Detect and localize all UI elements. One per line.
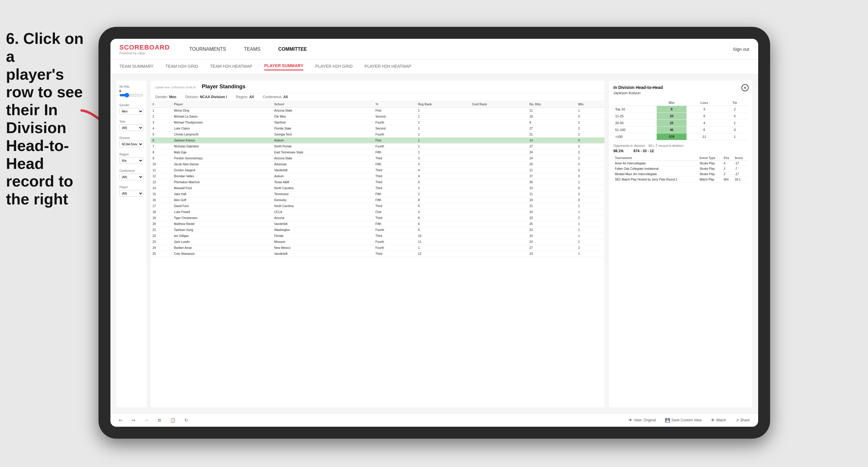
center-panel: Update time: 27/03/2024 16:56:26 Player … <box>151 81 604 407</box>
nav-committee[interactable]: COMMITTEE <box>277 46 308 52</box>
cell-school: Arizona State <box>273 108 374 114</box>
logo-sub: Powered by clippi <box>119 51 170 55</box>
h2h-row: 26-50 22 4 1 <box>613 120 748 127</box>
close-h2h-button[interactable]: ✕ <box>741 84 749 91</box>
h2h-cell-loss: 3 <box>686 106 722 113</box>
h2h-cell-label: >100 <box>613 133 657 140</box>
t-cell-tournament: SEC Match Play Hosted by Jerry Pate Roun… <box>613 177 698 182</box>
cell-yr: Third <box>374 167 416 174</box>
view-original-button[interactable]: 👁 View: Original <box>626 416 658 424</box>
table-row[interactable]: 13 Phichaksn Maichon Texas A&M Third 6 3… <box>151 179 604 185</box>
tab-team-summary[interactable]: TEAM SUMMARY <box>119 64 153 70</box>
cell-school: Missouri <box>273 239 374 245</box>
tab-player-summary[interactable]: PLAYER SUMMARY <box>264 63 303 70</box>
cell-no-rds: 8 <box>528 120 577 126</box>
no-rds-slider[interactable] <box>119 93 143 98</box>
cell-player: Maxwell Ford <box>172 185 273 191</box>
table-row[interactable]: 19 Tiger Christensen Arizona Third 8 23 … <box>151 215 604 221</box>
cell-no-rds: 24 <box>528 233 577 239</box>
conference-select[interactable]: (All) SEC ACC <box>119 174 143 180</box>
instruction-text: 6. Click on a player's row to see their … <box>0 30 93 208</box>
watch-icon: 👁 <box>711 418 715 423</box>
table-row[interactable]: 23 Jack Lundin Missouri Fourth 11 24 1 <box>151 239 604 245</box>
share-button[interactable]: ↗ Share <box>733 416 752 424</box>
nav-tournaments[interactable]: TOURNAMENTS <box>188 46 227 52</box>
table-row[interactable]: 7 Nicholas Gabrielck North Florida Fourt… <box>151 144 604 150</box>
cell-conf-rank <box>470 137 528 144</box>
cell-no-rds: 24 <box>528 239 577 245</box>
table-row[interactable]: 17 David Ford North Carolina Third 6 21 … <box>151 203 604 209</box>
refresh-button[interactable]: ↻ <box>182 416 190 424</box>
cell-reg-rank: 11 <box>416 239 470 245</box>
cell-school: Texas A&M <box>273 179 374 185</box>
bottom-toolbar: ↩ ↪ → ⧉ 📋 ↻ 👁 View: Original <box>111 413 758 427</box>
view-original-label: View: Original <box>634 418 656 422</box>
table-row[interactable]: 20 Matthew Riedel Vanderbilt Fifth 6 25 … <box>151 221 604 227</box>
cell-no-rds: 27 <box>528 174 577 179</box>
paste-button[interactable]: 📋 <box>168 416 178 424</box>
h2h-row: 51-100 46 6 3 <box>613 127 748 133</box>
cell-rank: 12 <box>151 174 172 179</box>
table-row[interactable]: 1 Wenyi Ding Arizona State First 1 11 1 <box>151 108 604 114</box>
undo-button[interactable]: ↩ <box>116 416 125 424</box>
table-row[interactable]: 12 Brendan Valles Auburn Third 4 27 0 <box>151 174 604 179</box>
tab-player-h2h-heatmap[interactable]: PLAYER H2H HEATMAP <box>365 64 411 70</box>
table-row[interactable]: 21 Taehoon Song Washington Fourth 6 23 1 <box>151 227 604 233</box>
cell-player: Michael La Sasso <box>172 114 273 120</box>
h2h-cell-win: 8 <box>657 106 686 113</box>
h2h-title: In Division Head-to-Head <box>613 85 748 90</box>
watch-button[interactable]: 👁 Watch <box>708 416 728 424</box>
h2h-cell-label: 51-100 <box>613 127 657 133</box>
cell-no-rds: 24 <box>528 155 577 161</box>
table-row[interactable]: 15 Jake Hall Tennessee Fifth 2 21 0 <box>151 191 604 197</box>
forward-button[interactable]: → <box>142 416 151 424</box>
table-row[interactable]: 25 Cole Sherwood Vanderbilt Third 12 23 … <box>151 251 604 257</box>
h2h-cell-loss: 11 <box>686 133 722 140</box>
cell-yr: Fourth <box>374 132 416 137</box>
table-row[interactable]: 10 Jacob New Diesse Arkansas Fifth 4 25 … <box>151 161 604 167</box>
table-row[interactable]: 3 Michael Thorbjornsen Stanford Fourth 1… <box>151 120 604 126</box>
table-row[interactable]: 14 Maxwell Ford North Carolina Third 2 2… <box>151 185 604 191</box>
cell-player: Alex Goff <box>172 197 273 203</box>
table-row[interactable]: 16 Alex Goff Kentucky Fifth 8 19 0 <box>151 197 604 203</box>
redo-button[interactable]: ↪ <box>129 416 137 424</box>
cell-school: East Tennessee State <box>273 150 374 155</box>
t-cell-score: 18-1 <box>733 177 748 182</box>
cell-rank: 21 <box>151 227 172 233</box>
tab-team-h2h-heatmap[interactable]: TEAM H2H HEATMAP <box>210 64 252 70</box>
player-select[interactable]: (All) <box>119 190 143 197</box>
table-row[interactable]: 18 Luke Powell UCLA First 4 24 1 <box>151 209 604 215</box>
year-select[interactable]: (All) 2024 2023 <box>119 124 143 131</box>
cell-player: Ian Gilligan <box>172 233 273 239</box>
copy-button[interactable]: ⧉ <box>156 416 163 424</box>
gender-select[interactable]: Men Women <box>119 108 143 115</box>
table-row[interactable]: 22 Ian Gilligan Florida Third 10 24 1 <box>151 233 604 239</box>
save-custom-button[interactable]: 💾 Save Custom View <box>663 416 704 424</box>
table-row[interactable]: 5 Christo Lamprecht Georgia Tech Fourth … <box>151 132 604 137</box>
tab-team-h2h-grid[interactable]: TEAM H2H GRID <box>165 64 198 70</box>
cell-school: Arkansas <box>273 161 374 167</box>
h2h-cell-tie: 5 <box>722 113 748 120</box>
table-row[interactable]: 4 Luke Claton Florida State Second 1 27 … <box>151 126 604 132</box>
year-section: Year (All) 2024 2023 <box>119 120 143 131</box>
table-row[interactable]: 2 Michael La Sasso Ole Miss Second 1 18 … <box>151 114 604 120</box>
cell-win: 1 <box>577 221 604 227</box>
cell-school: New Mexico <box>273 245 374 251</box>
col-conf-rank: Conf Rank <box>470 101 528 108</box>
tab-player-h2h-grid[interactable]: PLAYER H2H GRID <box>315 64 352 70</box>
region-select[interactable]: N/a East West <box>119 157 143 164</box>
tournament-row: Fallen Oak Collegiate Invitational Strok… <box>613 166 748 172</box>
h2h-cell-label: Top 10 <box>613 106 657 113</box>
nav-teams[interactable]: TEAMS <box>242 46 262 52</box>
copy-icon: ⧉ <box>158 418 161 423</box>
cell-conf-rank <box>470 155 528 161</box>
t-col-event-type: Event Type <box>698 155 722 161</box>
cell-no-rds: 21 <box>528 203 577 209</box>
table-row[interactable]: 24 Bastien Amat New Mexico Fourth 1 27 2 <box>151 245 604 251</box>
table-row[interactable]: 11 Gordon Sargent Vanderbilt Third 4 21 … <box>151 167 604 174</box>
division-select[interactable]: NCAA Division I NCAA Division II <box>119 141 143 147</box>
table-row[interactable]: 8 Mats Ege East Tennessee State Fifth 1 … <box>151 150 604 155</box>
table-row[interactable]: 9 Preston Summerhays Arizona State Third… <box>151 155 604 161</box>
table-row[interactable]: 6 Jackson Koivun Auburn First 1 14 0 <box>151 137 604 144</box>
sign-out-link[interactable]: Sign out <box>733 46 749 52</box>
